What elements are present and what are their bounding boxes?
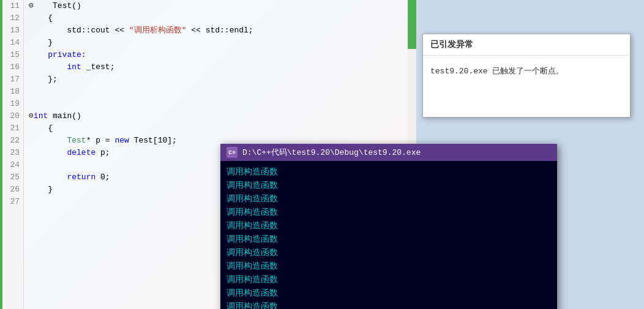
console-line-8: 调用构造函数 bbox=[227, 259, 551, 272]
console-line-3: 调用构造函数 bbox=[227, 192, 551, 205]
console-line-4: 调用构造函数 bbox=[227, 205, 551, 218]
console-app-icon: c» bbox=[227, 147, 238, 158]
console-line-11: 调用构造函数 bbox=[227, 299, 551, 309]
code-line-17: }; bbox=[29, 73, 416, 86]
code-line-12: { bbox=[29, 12, 416, 24]
exception-title-text: 已引发异常 bbox=[430, 40, 473, 50]
code-line-19 bbox=[29, 98, 416, 110]
console-window: c» D:\C++代码\test9.20\Debug\test9.20.exe … bbox=[220, 144, 557, 309]
console-line-9: 调用构造函数 bbox=[227, 272, 551, 286]
line-numbers: 11 12 13 14 15 16 17 18 19 20 21 22 23 2… bbox=[2, 0, 24, 309]
code-line-16: int _test; bbox=[29, 61, 416, 73]
console-line-2: 调用构造函数 bbox=[227, 178, 551, 192]
console-icon-label: c» bbox=[228, 149, 236, 156]
code-line-11: ⊝ Test() bbox=[29, 0, 416, 12]
exception-title: 已引发异常 bbox=[423, 34, 630, 56]
code-line-14: } bbox=[29, 37, 416, 49]
code-line-20: ⊝int main() bbox=[29, 110, 416, 122]
exception-body: test9.20.exe 已触发了一个断点。 bbox=[423, 56, 630, 117]
console-line-1: 调用构造函数 bbox=[227, 165, 551, 178]
code-line-15: private: bbox=[29, 49, 416, 61]
console-body: 调用构造函数 调用构造函数 调用构造函数 调用构造函数 调用构造函数 调用构造函… bbox=[220, 161, 557, 309]
scrollbar-thumb[interactable] bbox=[408, 0, 416, 49]
code-line-18 bbox=[29, 86, 416, 98]
console-line-5: 调用构造函数 bbox=[227, 218, 551, 232]
exception-dialog: 已引发异常 test9.20.exe 已触发了一个断点。 bbox=[422, 34, 631, 117]
exception-message: test9.20.exe 已触发了一个断点。 bbox=[430, 67, 564, 76]
console-line-10: 调用构造函数 bbox=[227, 286, 551, 299]
console-title-text: D:\C++代码\test9.20\Debug\test9.20.exe bbox=[242, 147, 421, 158]
green-indicator-bar bbox=[0, 0, 2, 309]
code-line-21: { bbox=[29, 122, 416, 135]
console-title-bar: c» D:\C++代码\test9.20\Debug\test9.20.exe bbox=[220, 144, 557, 161]
console-line-6: 调用构造函数 bbox=[227, 232, 551, 245]
console-line-7: 调用构造函数 bbox=[227, 245, 551, 259]
code-line-13: std::cout << "调用析构函数" << std::endl; bbox=[29, 24, 416, 37]
